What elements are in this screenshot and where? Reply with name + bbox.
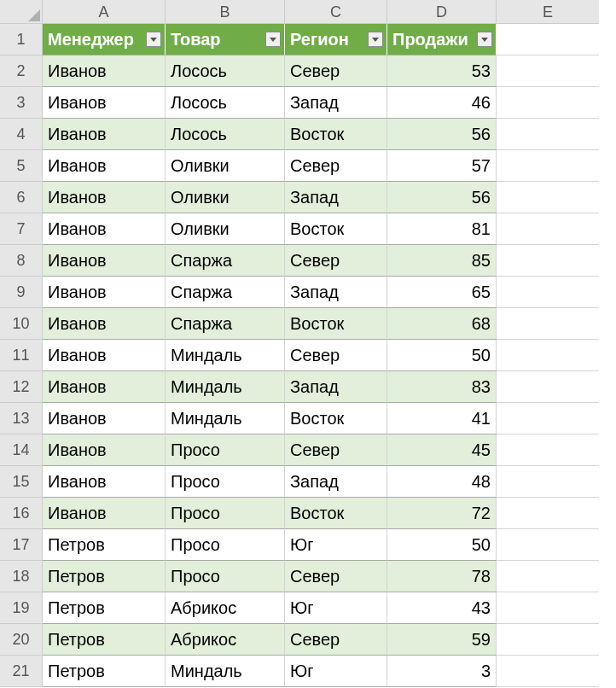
- row-header-6[interactable]: 6: [0, 182, 43, 213]
- cell-product[interactable]: Миндаль: [166, 371, 285, 403]
- cell-sales[interactable]: 50: [387, 529, 497, 561]
- column-header-A[interactable]: A: [43, 0, 166, 24]
- cell-region[interactable]: Восток: [285, 308, 387, 340]
- cell-region[interactable]: Юг: [285, 656, 387, 687]
- spreadsheet-grid[interactable]: ABCDE1МенеджерТоварРегионПродажи2ИвановЛ…: [0, 0, 616, 687]
- cell-product[interactable]: Спаржа: [166, 308, 285, 340]
- row-header-18[interactable]: 18: [0, 561, 43, 592]
- cell-manager[interactable]: Иванов: [43, 87, 166, 119]
- table-header-region[interactable]: Регион: [285, 24, 387, 55]
- cell-E13[interactable]: [497, 403, 599, 434]
- cell-sales[interactable]: 46: [387, 87, 497, 119]
- cell-region[interactable]: Север: [285, 245, 387, 277]
- cell-manager[interactable]: Иванов: [43, 55, 166, 87]
- cell-sales[interactable]: 57: [387, 150, 497, 182]
- column-header-B[interactable]: B: [166, 0, 285, 24]
- cell-E11[interactable]: [497, 340, 599, 371]
- cell-product[interactable]: Абрикос: [166, 624, 285, 656]
- cell-product[interactable]: Миндаль: [166, 340, 285, 371]
- table-header-sales[interactable]: Продажи: [387, 24, 497, 55]
- cell-sales[interactable]: 59: [387, 624, 497, 656]
- cell-sales[interactable]: 56: [387, 119, 497, 150]
- cell-manager[interactable]: Иванов: [43, 119, 166, 150]
- filter-dropdown-button[interactable]: [477, 32, 492, 47]
- cell-region[interactable]: Запад: [285, 182, 387, 213]
- cell-region[interactable]: Юг: [285, 592, 387, 624]
- cell-region[interactable]: Север: [285, 55, 387, 87]
- cell-region[interactable]: Восток: [285, 119, 387, 150]
- cell-E17[interactable]: [497, 529, 599, 561]
- cell-manager[interactable]: Иванов: [43, 498, 166, 529]
- cell-manager[interactable]: Петров: [43, 656, 166, 687]
- cell-sales[interactable]: 85: [387, 245, 497, 277]
- row-header-1[interactable]: 1: [0, 24, 43, 55]
- filter-dropdown-button[interactable]: [265, 32, 281, 47]
- cell-manager[interactable]: Петров: [43, 624, 166, 656]
- cell-product[interactable]: Просо: [166, 466, 285, 498]
- cell-manager[interactable]: Иванов: [43, 213, 166, 245]
- cell-sales[interactable]: 78: [387, 561, 497, 592]
- cell-product[interactable]: Оливки: [166, 213, 285, 245]
- select-all-corner[interactable]: [0, 0, 43, 24]
- cell-manager[interactable]: Иванов: [43, 245, 166, 277]
- row-header-13[interactable]: 13: [0, 403, 43, 434]
- cell-region[interactable]: Запад: [285, 466, 387, 498]
- cell-E21[interactable]: [497, 656, 599, 687]
- cell-E7[interactable]: [497, 213, 599, 245]
- row-header-14[interactable]: 14: [0, 434, 43, 466]
- filter-dropdown-button[interactable]: [146, 32, 161, 47]
- cell-E2[interactable]: [497, 55, 599, 87]
- cell-E9[interactable]: [497, 277, 599, 308]
- cell-region[interactable]: Запад: [285, 371, 387, 403]
- cell-sales[interactable]: 41: [387, 403, 497, 434]
- cell-manager[interactable]: Иванов: [43, 371, 166, 403]
- row-header-19[interactable]: 19: [0, 592, 43, 624]
- cell-sales[interactable]: 43: [387, 592, 497, 624]
- cell-product[interactable]: Спаржа: [166, 277, 285, 308]
- cell-E8[interactable]: [497, 245, 599, 277]
- cell-manager[interactable]: Иванов: [43, 434, 166, 466]
- cell-E18[interactable]: [497, 561, 599, 592]
- cell-E5[interactable]: [497, 150, 599, 182]
- cell-product[interactable]: Спаржа: [166, 245, 285, 277]
- cell-manager[interactable]: Иванов: [43, 150, 166, 182]
- row-header-8[interactable]: 8: [0, 245, 43, 277]
- cell-product[interactable]: Абрикос: [166, 592, 285, 624]
- cell-manager[interactable]: Иванов: [43, 182, 166, 213]
- row-header-4[interactable]: 4: [0, 119, 43, 150]
- cell-product[interactable]: Лосось: [166, 55, 285, 87]
- cell-sales[interactable]: 50: [387, 340, 497, 371]
- cell-E15[interactable]: [497, 466, 599, 498]
- cell-manager[interactable]: Иванов: [43, 340, 166, 371]
- column-header-E[interactable]: E: [497, 0, 599, 24]
- cell-manager[interactable]: Иванов: [43, 403, 166, 434]
- cell-product[interactable]: Лосось: [166, 87, 285, 119]
- cell-region[interactable]: Запад: [285, 87, 387, 119]
- row-header-9[interactable]: 9: [0, 277, 43, 308]
- cell-region[interactable]: Север: [285, 561, 387, 592]
- cell-sales[interactable]: 65: [387, 277, 497, 308]
- column-header-D[interactable]: D: [387, 0, 497, 24]
- cell-E3[interactable]: [497, 87, 599, 119]
- cell-manager[interactable]: Иванов: [43, 466, 166, 498]
- cell-E4[interactable]: [497, 119, 599, 150]
- cell-product[interactable]: Оливки: [166, 150, 285, 182]
- table-header-manager[interactable]: Менеджер: [43, 24, 166, 55]
- row-header-17[interactable]: 17: [0, 529, 43, 561]
- cell-E14[interactable]: [497, 434, 599, 466]
- row-header-21[interactable]: 21: [0, 656, 43, 687]
- filter-dropdown-button[interactable]: [368, 32, 383, 47]
- cell-E20[interactable]: [497, 624, 599, 656]
- row-header-7[interactable]: 7: [0, 213, 43, 245]
- cell-E1[interactable]: [497, 24, 599, 55]
- cell-manager[interactable]: Петров: [43, 592, 166, 624]
- cell-manager[interactable]: Петров: [43, 561, 166, 592]
- cell-manager[interactable]: Иванов: [43, 277, 166, 308]
- row-header-15[interactable]: 15: [0, 466, 43, 498]
- cell-E6[interactable]: [497, 182, 599, 213]
- cell-product[interactable]: Просо: [166, 529, 285, 561]
- cell-product[interactable]: Просо: [166, 498, 285, 529]
- row-header-10[interactable]: 10: [0, 308, 43, 340]
- table-header-product[interactable]: Товар: [166, 24, 285, 55]
- cell-region[interactable]: Юг: [285, 529, 387, 561]
